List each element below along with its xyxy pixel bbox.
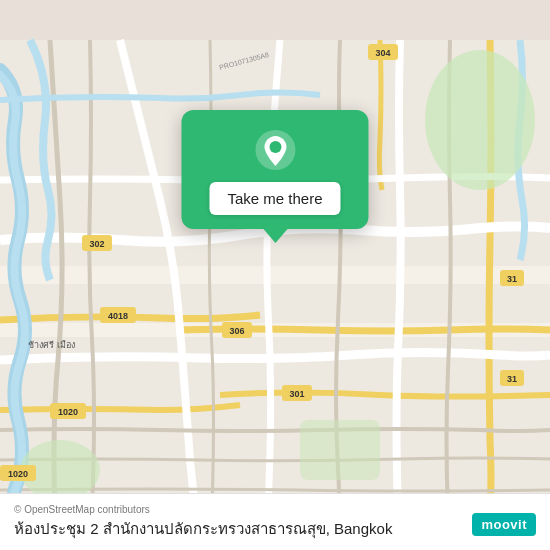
svg-point-27 [269, 141, 281, 153]
moovit-logo: moovit [472, 513, 536, 536]
svg-text:ช้างศรี เมือง: ช้างศรี เมือง [28, 340, 75, 350]
take-me-there-button[interactable]: Take me there [209, 182, 340, 215]
svg-rect-5 [300, 420, 380, 480]
popup-card: Take me there [181, 110, 368, 243]
popup-tail [263, 229, 287, 243]
place-name: ห้องประชุม 2 สำนักงานปลัดกระทรวงสาธารณสุ… [14, 519, 536, 539]
svg-text:301: 301 [289, 389, 304, 399]
svg-text:306: 306 [229, 326, 244, 336]
svg-text:302: 302 [89, 239, 104, 249]
svg-text:1020: 1020 [58, 407, 78, 417]
svg-text:1020: 1020 [8, 469, 28, 479]
popup-box: Take me there [181, 110, 368, 229]
map-attribution: © OpenStreetMap contributors [14, 504, 536, 515]
svg-text:31: 31 [507, 274, 517, 284]
map-container: 302 4018 306 301 1020 1020 304 31 31 ช้า… [0, 0, 550, 550]
map-background: 302 4018 306 301 1020 1020 304 31 31 ช้า… [0, 0, 550, 550]
bottom-bar: © OpenStreetMap contributors ห้องประชุม … [0, 493, 550, 551]
svg-text:304: 304 [375, 48, 390, 58]
svg-point-3 [425, 50, 535, 190]
svg-text:4018: 4018 [108, 311, 128, 321]
svg-text:31: 31 [507, 374, 517, 384]
location-pin-icon [253, 128, 297, 172]
